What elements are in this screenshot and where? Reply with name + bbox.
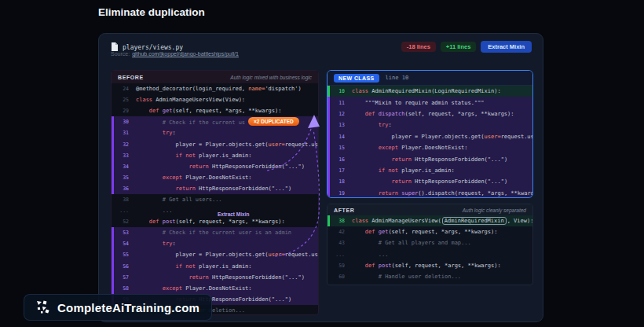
code-line-11: 11 """Mixin to require admin status.""" — [327, 97, 532, 108]
line-number: 59 — [327, 263, 352, 269]
line-number: 25 — [112, 97, 136, 103]
code-line-30: 30 # Check if the current us×2 DUPLICATE… — [112, 116, 318, 127]
source-row: Source:github.com/jkoppel/django-battles… — [111, 51, 239, 57]
line-number: 55 — [112, 252, 136, 258]
code-line-42: 42 def get(self, request, *args, **kwarg… — [327, 226, 532, 237]
code-line-60: 60 # Handle user deletion... — [327, 271, 532, 282]
code-text: # Get all users... — [136, 197, 222, 203]
line-number: 43 — [327, 240, 352, 246]
extract-mixin-button[interactable]: Extract Mixin — [481, 41, 532, 53]
line-number: 32 — [112, 141, 136, 148]
line-number: 10 — [327, 88, 352, 94]
extract-mixin-label: Extract Mixin — [218, 211, 249, 217]
code-text: def get(self, request, *args, **kwargs): — [136, 108, 281, 114]
line-number: 58 — [112, 285, 136, 292]
code-text: """Mixin to require admin status.""" — [352, 100, 485, 106]
code-line-34: 34 return HttpResponseForbidden("...") — [112, 161, 318, 172]
watermark-text: CompleteAiTraining.com — [57, 301, 199, 314]
code-line-59: 59 def post(self, request, *args, **kwar… — [327, 260, 532, 271]
code-text: except Player.DoesNotExist: — [352, 145, 468, 151]
watermark: CompleteAiTraining.com — [24, 294, 212, 321]
code-text: # Get all players and map... — [352, 240, 471, 246]
line-number: 42 — [327, 229, 352, 235]
code-text: return super().dispatch(request, *args, … — [352, 190, 533, 197]
after-panel-header: AFTER Auth logic cleanly separated — [327, 204, 532, 215]
code-line-12: 12 def dispatch(self, request, *args, **… — [327, 108, 532, 119]
code-line-14: 14 player = Player.objects.get(user=requ… — [327, 131, 532, 142]
code-line-54: 54 try: — [112, 238, 318, 249]
code-line-25: 25class AdminManageUsersView(View): — [112, 94, 318, 105]
line-number: 19 — [327, 190, 352, 197]
code-text: def post(self, request, *args, **kwargs)… — [136, 219, 285, 225]
filename: players/views.py — [123, 44, 183, 51]
before-note: Auth logic mixed with business logic — [230, 75, 312, 80]
line-number: 12 — [327, 111, 352, 117]
code-line-56: 56 if not player.is_admin: — [112, 261, 318, 272]
new-class-code: 10class AdminRequiredMixin(LoginRequired… — [327, 86, 532, 198]
code-text: def get(self, request, *args, **kwargs): — [352, 229, 497, 235]
line-number: 34 — [112, 164, 136, 170]
code-text: class AdminRequiredMixin(LoginRequiredMi… — [352, 88, 501, 94]
new-class-panel: NEW CLASS line 10 10class AdminRequiredM… — [327, 70, 533, 198]
code-line-35: 35 except Player.DoesNotExist: — [112, 172, 318, 183]
after-panel: AFTER Auth logic cleanly separated 38cla… — [327, 204, 533, 285]
new-class-badge: NEW CLASS — [334, 74, 379, 83]
code-text: # Check if the current us×2 DUPLICATED — [136, 118, 299, 127]
code-text: player = Player.objects.get(user=request… — [352, 134, 533, 140]
line-number: 35 — [112, 175, 136, 181]
code-line-15: 15 except Player.DoesNotExist: — [327, 142, 532, 153]
line-number: 30 — [112, 119, 136, 125]
code-text: return HttpResponseForbidden("...") — [136, 164, 305, 170]
source-link[interactable]: github.com/jkoppel/django-battleships/pu… — [132, 51, 239, 57]
after-label: AFTER — [334, 208, 354, 213]
code-line-38: 38class AdminManageUsersView(AdminRequir… — [327, 215, 532, 226]
code-text: def post(self, request, *args, **kwargs)… — [352, 263, 501, 269]
code-text: try: — [136, 130, 176, 136]
line-number: 18 — [327, 178, 352, 185]
line-number: 33 — [112, 152, 136, 159]
code-line-38: 38 # Get all users... — [112, 194, 318, 205]
code-line-33: 33 if not player.is_admin: — [112, 150, 318, 161]
line-number: 13 — [327, 122, 352, 128]
code-line-13: 13 try: — [327, 119, 532, 130]
line-number: 31 — [112, 130, 136, 136]
line-number: 38 — [112, 197, 136, 203]
code-line-...: ... ... — [112, 205, 318, 216]
code-text: player = Player.objects.get(user=request… — [136, 141, 319, 148]
code-text: # Check if the current user is an admin — [136, 230, 291, 236]
after-note: Auth logic cleanly separated — [463, 208, 526, 213]
code-text: try: — [136, 241, 176, 247]
page-title: Eliminate duplication — [98, 6, 205, 18]
line-number: 52 — [112, 219, 136, 225]
before-panel: BEFORE Auth logic mixed with business lo… — [111, 70, 319, 315]
code-line-57: 57 return HttpResponseForbidden("...") — [112, 272, 318, 283]
code-text: player = Player.objects.get(user=request… — [136, 252, 319, 258]
line-number: 36 — [112, 186, 136, 192]
code-line-10: 10class AdminRequiredMixin(LoginRequired… — [327, 86, 532, 97]
code-line-32: 32 player = Player.objects.get(user=requ… — [112, 138, 318, 149]
line-number: 54 — [112, 241, 136, 247]
code-line-43: 43 # Get all players and map... — [327, 237, 532, 248]
code-line-16: 16 return HttpResponseForbidden("...") — [327, 153, 532, 164]
line-number: 24 — [112, 86, 136, 92]
before-label: BEFORE — [118, 75, 144, 80]
code-line-...: ... ... — [327, 249, 532, 260]
source-label: Source: — [111, 51, 130, 57]
line-number: 56 — [112, 263, 136, 270]
code-text: except Player.DoesNotExist: — [136, 175, 252, 181]
code-line-24: 24@method_decorator(login_required, name… — [112, 83, 318, 94]
code-text: try: — [352, 122, 392, 128]
code-line-58: 58 except Player.DoesNotExist: — [112, 283, 318, 294]
code-text: class AdminManageUsersView(View): — [136, 97, 245, 103]
line-number: 57 — [112, 274, 136, 281]
code-text: return HttpResponseForbidden("...") — [136, 274, 305, 281]
code-line-52: 52 def post(self, request, *args, **kwar… — [112, 216, 318, 227]
code-text: return HttpResponseForbidden("...") — [136, 186, 291, 192]
removed-lines-badge: -18 lines — [401, 42, 436, 52]
line-number: 17 — [327, 167, 352, 174]
code-text: # Handle user deletion... — [352, 274, 461, 280]
code-line-18: 18 return HttpResponseForbidden("...") — [327, 176, 532, 187]
before-code: 24@method_decorator(login_required, name… — [112, 83, 318, 315]
line-number: 14 — [327, 134, 352, 140]
line-number: 15 — [327, 145, 352, 151]
